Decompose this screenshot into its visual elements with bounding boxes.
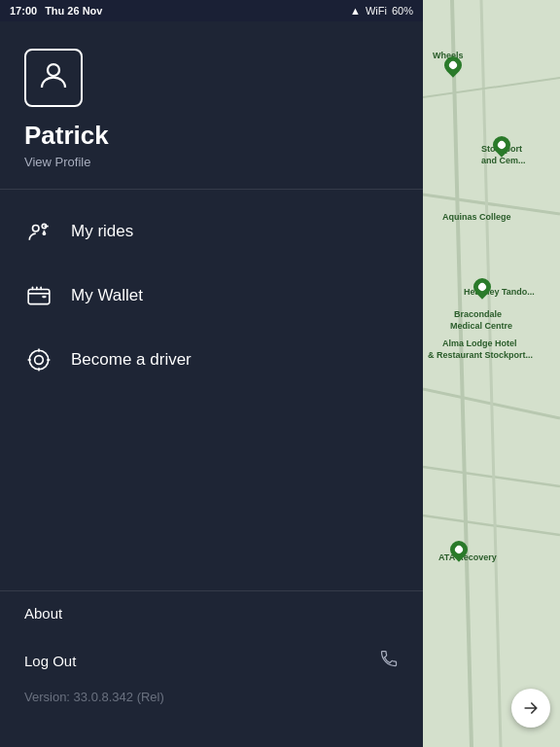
svg-line-8 [423,195,560,214]
svg-point-1 [33,226,40,232]
map-section: Wheels Stockport and Cem... Aquinas Coll… [423,0,560,747]
bottom-section: About Log Out Version: 33.0.8.342 (Rel) [0,590,423,747]
logout-label: Log Out [24,653,76,669]
map-label-restaurant: & Restaurant Stockport... [428,350,533,360]
logout-item[interactable]: Log Out [24,635,399,686]
version-item: Version: 33.0.8.342 (Rel) [24,686,399,718]
battery-icon: 60% [392,5,413,17]
wifi-icon: WiFi [366,5,387,17]
driver-icon [24,345,53,374]
svg-line-12 [481,0,501,747]
status-bar: 17:00 Thu 26 Nov ▲ WiFi 60% [0,0,423,21]
svg-line-10 [423,467,560,486]
nav-section: My rides My Wallet [0,190,423,590]
sidebar: 17:00 Thu 26 Nov ▲ WiFi 60% Patrick View… [0,0,423,747]
map-background: Wheels Stockport and Cem... Aquinas Coll… [423,0,560,747]
map-label-alma: Alma Lodge Hotel [442,338,517,348]
map-label-medical: Medical Centre [450,321,512,331]
user-icon [36,58,71,97]
map-forward-button[interactable] [511,689,550,728]
wallet-label: My Wallet [71,286,143,305]
profile-subtitle[interactable]: View Profile [24,155,399,169]
about-label: About [24,605,62,622]
rides-icon [24,217,53,246]
svg-line-11 [423,516,560,535]
svg-line-13 [423,78,560,97]
map-roads-svg [423,0,560,747]
map-label-bracondale: Bracondale [454,309,502,319]
svg-point-3 [43,232,45,234]
svg-line-7 [452,0,472,747]
driver-label: Become a driver [71,350,192,370]
date: Thu 26 Nov [45,5,102,17]
time: 17:00 [10,5,37,17]
map-label-aquinas: Aquinas College [442,212,511,222]
avatar [24,49,83,107]
map-label-cem: and Cem... [481,156,526,165]
status-bar-right: ▲ WiFi 60% [350,5,413,17]
profile-section[interactable]: Patrick View Profile [0,0,423,190]
arrow-right-icon [521,698,541,718]
profile-name: Patrick [24,121,399,151]
svg-point-5 [29,350,49,370]
svg-rect-4 [28,290,50,304]
about-item[interactable]: About [24,591,399,635]
version-label: Version: 33.0.8.342 (Rel) [24,686,164,704]
nav-item-my-rides[interactable]: My rides [0,199,423,264]
svg-point-0 [48,64,59,76]
signal-icon: ▲ [350,5,361,17]
wallet-icon [24,281,53,310]
nav-item-become-driver[interactable]: Become a driver [0,328,423,392]
svg-point-6 [35,356,44,365]
rides-label: My rides [71,222,133,241]
status-bar-left: 17:00 Thu 26 Nov [10,5,102,17]
map-label-ata: ATA Recovery [438,552,497,562]
phone-icon [379,649,399,672]
nav-item-my-wallet[interactable]: My Wallet [0,264,423,328]
